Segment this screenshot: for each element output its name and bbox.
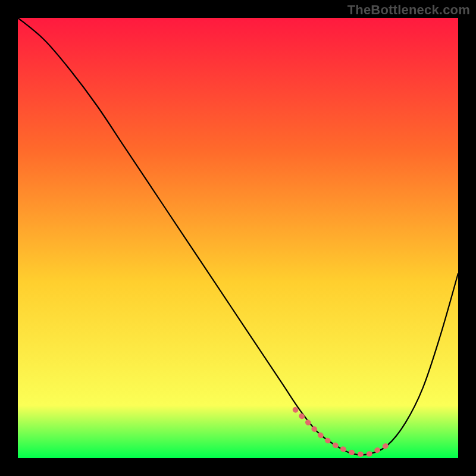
gradient-background xyxy=(18,18,458,458)
chart-frame: TheBottleneck.com xyxy=(0,0,476,476)
watermark-text: TheBottleneck.com xyxy=(347,2,470,18)
plot-svg xyxy=(18,18,458,458)
bottleneck-plot xyxy=(18,18,458,458)
